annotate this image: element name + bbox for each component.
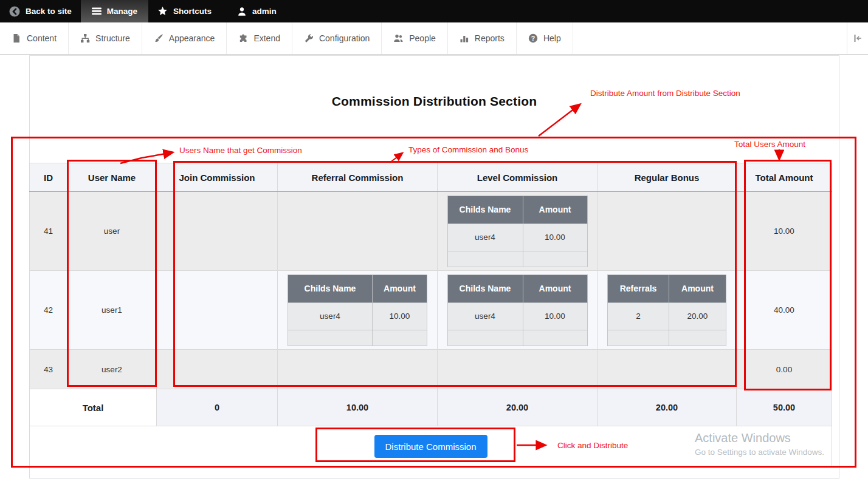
toolbar-label: Reports [475,33,505,43]
totals-label: Total [30,389,157,426]
grand-total: 50.00 [737,389,832,426]
shortcuts-label: Shortcuts [173,7,212,16]
header-referral-commission: Referral Commission [278,163,438,192]
cell-referral-empty [278,350,438,389]
header-level-commission: Level Commission [438,163,598,192]
annotation-distribute-amount: Distribute Amount from Distribute Sectio… [590,89,740,98]
toolbar-label: Configuration [319,33,370,43]
nested-child-name: user4 [447,223,523,251]
commission-table: ID User Name Join Commission Referral Co… [29,163,832,467]
toolbar-item-content[interactable]: Content [0,22,69,54]
manage-item[interactable]: Manage [81,0,148,22]
total-regular: 20.00 [598,389,737,426]
configuration-wrench-icon [304,33,314,43]
nested-regular-table-42: Referrals Amount 2 20.00 [607,274,726,346]
toolbar-item-appearance[interactable]: Appearance [142,22,227,54]
collapse-arrow-icon [853,33,863,43]
nested-child-name: user4 [288,302,373,330]
nested-referrals-count: 2 [608,302,669,330]
cell-user: user2 [67,350,157,389]
nested-level-table-42: Childs Name Amount user4 10.00 [447,274,588,346]
nested-header-amount: Amount [373,274,427,302]
nested-header-childs-name: Childs Name [447,274,523,302]
header-join-commission: Join Commission [157,163,278,192]
toolbar-item-extend[interactable]: Extend [227,22,292,54]
admin-bar: Back to site Manage Shortcuts admin [0,0,868,22]
nested-header-childs-name: Childs Name [447,196,523,223]
toolbar-label: Appearance [169,33,215,43]
help-icon: ? [528,33,538,43]
cell-id: 42 [30,271,67,350]
nested-header-amount: Amount [523,274,587,302]
nested-level-table-41: Childs Name Amount user4 10.00 [447,196,588,267]
cell-join-empty [157,271,278,350]
structure-sitemap-icon [80,33,90,43]
total-join: 0 [157,389,278,426]
annotation-users-name: Users Name that get Commission [179,146,302,155]
activate-windows-watermark: Activate Windows [695,431,791,445]
star-icon [157,6,168,16]
manage-label: Manage [107,7,137,16]
cell-referral-empty [278,192,438,271]
header-id: ID [30,163,67,192]
cell-total: 40.00 [737,271,832,350]
annotation-commission-types: Types of Commission and Bonus [408,145,528,154]
toolbar: Content Structure Appearance Extend Conf… [0,22,868,55]
annotation-click-distribute: Click and Distribute [557,441,628,450]
activate-windows-subtext: Go to Settings to activate Windows. [695,448,824,457]
total-referral: 10.00 [278,389,438,426]
cell-total: 10.00 [737,192,832,271]
toolbar-item-help[interactable]: ? Help [517,22,573,54]
toolbar-item-reports[interactable]: Reports [448,22,517,54]
totals-row: Total 0 10.00 20.00 20.00 50.00 [30,389,832,426]
nested-amount: 10.00 [523,302,587,330]
table-row-42: 42 user1 Childs Name Amount user4 10.00 [30,271,832,350]
nested-referral-table-42: Childs Name Amount user4 10.00 [288,274,427,346]
toolbar-label: Structure [95,33,130,43]
back-to-site-item[interactable]: Back to site [0,0,81,22]
toolbar-label: Help [543,33,561,43]
annotation-total-users: Total Users Amount [734,140,805,149]
cell-id: 41 [30,192,67,271]
toolbar-label: People [409,33,436,43]
appearance-brush-icon [154,33,164,43]
toolbar-item-structure[interactable]: Structure [69,22,142,54]
header-user-name: User Name [67,163,157,192]
back-icon [9,6,20,17]
cell-user: user [67,192,157,271]
header-regular-bonus: Regular Bonus [598,163,737,192]
toolbar-label: Extend [253,33,280,43]
admin-user-item[interactable]: admin [228,0,286,22]
toolbar-item-configuration[interactable]: Configuration [292,22,382,54]
back-to-site-label: Back to site [26,7,72,16]
content-file-icon [12,33,21,43]
nested-header-amount: Amount [523,196,587,223]
nested-header-amount: Amount [669,274,726,302]
nested-amount: 10.00 [523,223,587,251]
svg-text:?: ? [531,35,535,42]
screen: Back to site Manage Shortcuts admin [0,0,868,484]
cell-regular-empty [598,192,737,271]
nested-header-childs-name: Childs Name [288,274,373,302]
cell-user: user1 [67,271,157,350]
extend-puzzle-icon [238,33,248,43]
cell-level: Childs Name Amount user4 10.00 [438,192,598,271]
reports-chart-icon [460,33,469,43]
cell-regular-empty [598,350,737,389]
shortcuts-item[interactable]: Shortcuts [148,0,221,22]
toolbar-item-people[interactable]: People [382,22,448,54]
nested-header-referrals: Referrals [608,274,669,302]
hamburger-icon [92,7,102,16]
cell-referral: Childs Name Amount user4 10.00 [278,271,438,350]
total-level: 20.00 [438,389,598,426]
toolbar-orientation-toggle[interactable] [847,22,868,54]
cell-level-empty [438,350,598,389]
cell-level: Childs Name Amount user4 10.00 [438,271,598,350]
cell-join-empty [157,350,278,389]
nested-amount: 10.00 [373,302,427,330]
cell-regular: Referrals Amount 2 20.00 [598,271,737,350]
cell-join-empty [157,192,278,271]
toolbar-label: Content [27,33,57,43]
distribute-commission-button[interactable]: Distribute Commission [374,435,487,458]
cell-total: 0.00 [737,350,832,389]
